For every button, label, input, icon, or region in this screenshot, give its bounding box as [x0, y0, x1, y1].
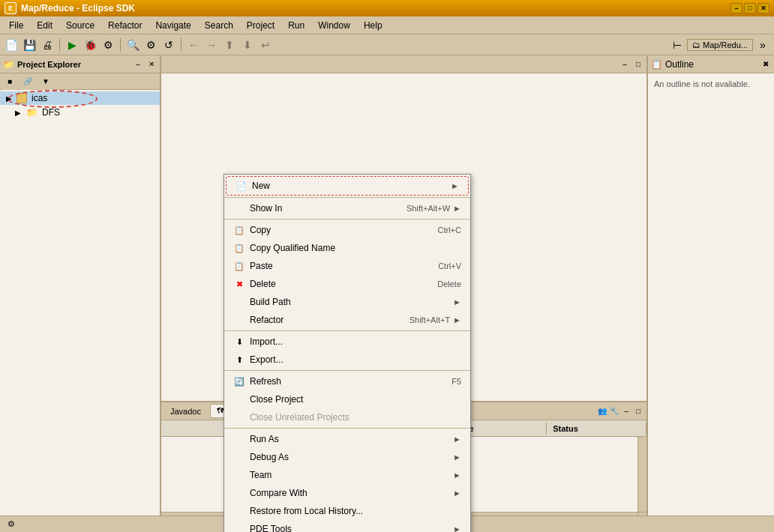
bottom-config-btn[interactable]: 🔧	[609, 406, 620, 417]
perspective-btn[interactable]: ⊢	[669, 37, 686, 53]
cm-export[interactable]: ⬆ Export...	[224, 351, 470, 369]
center-header: – □	[161, 55, 646, 73]
cm-restore-label: Restore from Local History...	[250, 506, 363, 516]
center-minimize-btn[interactable]: –	[620, 59, 630, 70]
cm-new-arrow: ►	[451, 181, 459, 190]
search-toolbar-btn[interactable]: 🔍	[124, 37, 141, 53]
bottom-minimize-btn[interactable]: –	[621, 406, 632, 417]
gen-toolbar-btn[interactable]: ⚙	[142, 37, 159, 53]
cm-run-as[interactable]: Run As ►	[224, 430, 470, 448]
bottom-add-btn[interactable]: 👥	[597, 406, 608, 417]
menu-file[interactable]: File	[3, 19, 29, 32]
cm-refresh-label: Refresh	[250, 376, 281, 387]
save-toolbar-btn[interactable]: 💾	[21, 37, 38, 53]
pe-link-btn[interactable]: 🔗	[20, 73, 36, 90]
maximize-button[interactable]: □	[744, 3, 756, 13]
title-bar-left: E Map/Reduce - Eclipse SDK	[4, 2, 135, 14]
sync-toolbar-btn[interactable]: ↺	[160, 37, 177, 53]
last-toolbar-btn[interactable]: ↩	[257, 37, 274, 53]
copy-qualified-icon: 📋	[233, 242, 245, 254]
cm-compare-with[interactable]: Compare With ►	[224, 484, 470, 502]
run-as-icon	[233, 433, 245, 445]
cm-restore[interactable]: Restore from Local History...	[224, 502, 470, 520]
cm-refresh[interactable]: 🔄 Refresh F5	[224, 372, 470, 390]
menu-navigate[interactable]: Navigate	[149, 19, 196, 32]
close-button[interactable]: ✕	[758, 3, 770, 13]
pe-collapse-btn[interactable]: ■	[2, 73, 18, 90]
status-settings-icon[interactable]: ⚙	[6, 519, 16, 530]
project-explorer-title: Project Explorer	[17, 60, 130, 69]
open-perspective-btn[interactable]: »	[754, 37, 771, 53]
pe-close-btn[interactable]: ✕	[146, 59, 157, 70]
cm-close-project[interactable]: Close Project	[224, 390, 470, 408]
next-toolbar-btn[interactable]: ⬇	[239, 37, 256, 53]
eclipse-icon: E	[4, 2, 16, 14]
cm-refactor[interactable]: Refactor Shift+Alt+T ►	[224, 311, 470, 329]
outline-title: Outline	[665, 59, 694, 70]
menu-run[interactable]: Run	[282, 19, 310, 32]
cm-debug-as-label: Debug As	[250, 452, 289, 462]
tab-javadoc[interactable]: Javadoc	[164, 405, 207, 417]
pe-menu-btn[interactable]: ▼	[38, 73, 54, 90]
cm-pde-tools[interactable]: PDE Tools ►	[224, 520, 470, 532]
cm-paste-shortcut: Ctrl+V	[438, 262, 461, 270]
cm-build-path[interactable]: Build Path ►	[224, 293, 470, 311]
prev-toolbar-btn[interactable]: ⬆	[221, 37, 238, 53]
pe-minimize-btn[interactable]: –	[133, 59, 143, 70]
project-explorer-content: ▶ icas ▶ 📁 DFS	[0, 90, 160, 532]
cm-delete[interactable]: ✖ Delete Delete	[224, 275, 470, 293]
export-icon: ⬆	[233, 354, 245, 366]
project-explorer-panel: 📁 Project Explorer – ✕ ■ 🔗 ▼ ▶ icas ▶	[0, 55, 161, 532]
scrollbar[interactable]	[638, 437, 646, 512]
tree-toggle-icas[interactable]: ▶	[6, 94, 15, 103]
center-maximize-btn[interactable]: □	[633, 59, 644, 70]
menu-refactor[interactable]: Refactor	[102, 19, 148, 32]
cm-show-in-arrow: ►	[453, 204, 461, 213]
bottom-maximize-btn[interactable]: □	[633, 406, 644, 417]
cm-import[interactable]: ⬇ Import...	[224, 333, 470, 351]
ext-toolbar-btn[interactable]: ⚙	[100, 37, 116, 53]
minimize-button[interactable]: –	[730, 3, 742, 13]
paste-icon: 📋	[233, 260, 245, 272]
cm-close-unrelated[interactable]: Close Unrelated Projects	[224, 408, 470, 426]
cm-show-in-shortcut: Shift+Alt+W	[406, 204, 450, 213]
tree-toggle-dfs[interactable]: ▶	[15, 109, 24, 117]
menu-search[interactable]: Search	[199, 19, 239, 32]
cm-run-as-label: Run As	[250, 434, 279, 444]
print-toolbar-btn[interactable]: 🖨	[39, 37, 56, 53]
center-top: – □ 📄 New ► Show In Shift+Alt+W ►	[161, 55, 646, 401]
outline-content: An outline is not available.	[648, 73, 774, 94]
project-icon-icas	[16, 93, 27, 103]
mapreduce-perspective-tab[interactable]: 🗂 Map/Redu...	[687, 39, 753, 51]
cm-copy[interactable]: 📋 Copy Ctrl+C	[224, 221, 470, 239]
show-in-icon	[233, 202, 245, 214]
run-toolbar-btn[interactable]: ▶	[64, 37, 80, 53]
cm-show-in[interactable]: Show In Shift+Alt+W ►	[224, 199, 470, 217]
outline-close-btn[interactable]: ✖	[760, 59, 771, 70]
tree-item-icas[interactable]: ▶ icas	[0, 91, 160, 105]
menu-window[interactable]: Window	[312, 19, 356, 32]
back-toolbar-btn[interactable]: ←	[185, 37, 202, 53]
cm-team[interactable]: Team ►	[224, 466, 470, 484]
cm-run-as-arrow: ►	[453, 435, 461, 444]
cm-copy-qualified[interactable]: 📋 Copy Qualified Name	[224, 239, 470, 257]
project-explorer-toolbar: ■ 🔗 ▼	[0, 73, 160, 90]
cm-new-label: New	[252, 181, 270, 191]
forward-toolbar-btn[interactable]: →	[203, 37, 220, 53]
cm-paste[interactable]: 📋 Paste Ctrl+V	[224, 257, 470, 275]
delete-icon: ✖	[233, 278, 245, 290]
menu-source[interactable]: Source	[60, 19, 100, 32]
compare-with-icon	[233, 487, 245, 499]
cm-pde-tools-label: PDE Tools	[250, 524, 292, 532]
tree-label-icas: icas	[32, 93, 47, 103]
menu-edit[interactable]: Edit	[31, 19, 58, 32]
cm-debug-as[interactable]: Debug As ►	[224, 448, 470, 466]
menu-help[interactable]: Help	[358, 19, 388, 32]
build-path-icon	[233, 296, 245, 308]
menu-bar: File Edit Source Refactor Navigate Searc…	[0, 16, 774, 34]
cm-new[interactable]: 📄 New ►	[226, 176, 469, 196]
menu-project[interactable]: Project	[241, 19, 280, 32]
tree-item-dfs[interactable]: ▶ 📁 DFS	[0, 105, 160, 120]
debug-toolbar-btn[interactable]: 🐞	[82, 37, 98, 53]
new-toolbar-btn[interactable]: 📄	[3, 37, 20, 53]
